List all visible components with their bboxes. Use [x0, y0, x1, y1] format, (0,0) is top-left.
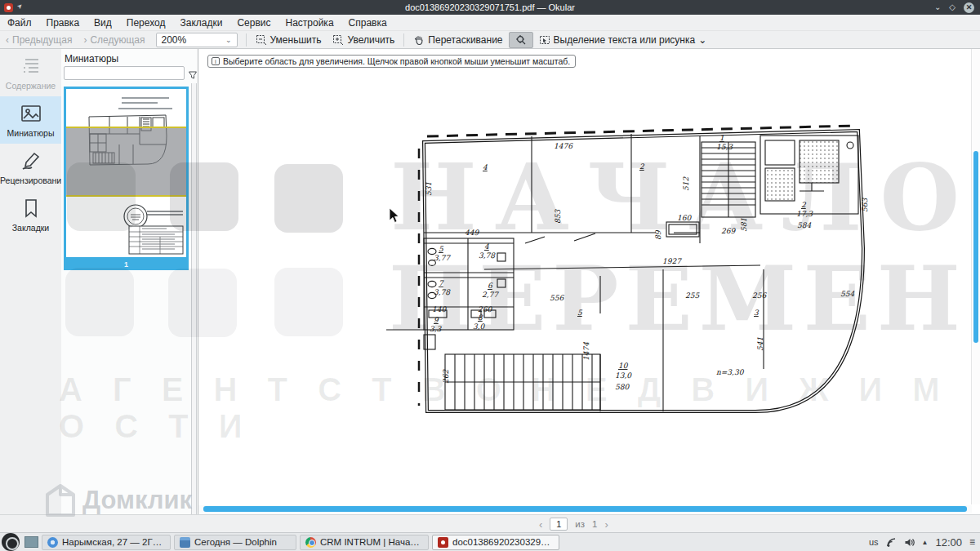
plan-label: 5	[439, 245, 444, 253]
taskbar-item-2gis[interactable]: Нарымская, 27 — 2ГИС – Chromi...	[42, 535, 171, 550]
menu-item-2[interactable]: Вид	[87, 17, 119, 29]
plan-label: 581	[740, 218, 748, 232]
plan-label: 255	[685, 291, 700, 300]
close-button[interactable]: ✕	[964, 2, 974, 13]
horizontal-scrollbar-thumb[interactable]	[203, 506, 967, 512]
sidebar-item-review[interactable]: Рецензирование	[0, 144, 61, 191]
menu-item-7[interactable]: Справка	[341, 17, 394, 29]
page-number-input[interactable]	[550, 518, 568, 531]
drag-tool-button[interactable]: Перетаскивание	[408, 32, 508, 48]
magnifier-tool-button[interactable]	[509, 32, 533, 48]
magnifier-tooltip: i Выберите область для увеличения. Щелчо…	[207, 55, 576, 68]
plan-label: 563	[861, 198, 869, 212]
toolbar: ‹ Предыдущая › Следующая 200% ⌄ Уменьшит…	[0, 31, 980, 49]
plan-label: n=3,30	[716, 368, 745, 376]
plan-label: 7	[439, 279, 444, 287]
plan-label: 3,0	[473, 322, 486, 331]
plan-label: 4	[484, 242, 489, 251]
hand-icon	[413, 34, 425, 46]
keyboard-layout-indicator[interactable]: us	[869, 537, 879, 547]
sidebar-item-contents[interactable]: Содержание	[0, 49, 61, 96]
okular-window: doc01386920230329071751.pdf — Okular ⌄ ◇…	[0, 0, 980, 551]
plan-label: 584	[797, 221, 811, 229]
sidebar-item-bookmarks[interactable]: Закладки	[0, 191, 61, 238]
horizontal-scrollbar[interactable]	[198, 505, 972, 513]
chromium-icon	[47, 537, 58, 548]
menu-item-3[interactable]: Переход	[119, 17, 173, 29]
chevron-right-icon: ›	[83, 34, 87, 46]
chevron-down-icon: ⌄	[225, 36, 232, 44]
taskbar-item-crm-chrome[interactable]: CRM INTRUM | Начало перемен, ...	[300, 535, 429, 550]
vertical-scrollbar-thumb[interactable]	[973, 151, 978, 343]
clock[interactable]: 12:00	[935, 536, 962, 549]
taskbar: Нарымская, 27 — 2ГИС – Chromi... Сегодня…	[0, 532, 980, 551]
menu-item-1[interactable]: Правка	[39, 17, 87, 29]
thumbnails-scrollbar[interactable]	[191, 83, 197, 514]
thumbnails-header: Миниатюры	[61, 49, 198, 68]
bookmark-icon	[19, 196, 43, 220]
plan-label: 6	[488, 282, 493, 290]
next-page-button[interactable]: › Следующая	[78, 32, 150, 48]
table-of-contents-icon	[19, 54, 43, 78]
plan-label: 556	[550, 294, 564, 302]
system-tray: us ▲ 12:00 ≡	[869, 536, 980, 549]
virtual-desktop-pager[interactable]	[24, 536, 38, 548]
panel-menu-icon[interactable]: ≡	[969, 536, 975, 548]
pin-icon	[17, 3, 25, 11]
zoom-in-button[interactable]: Увеличить	[327, 32, 400, 48]
next-page-arrow[interactable]: ›	[604, 518, 608, 531]
minimize-button[interactable]: ⌄	[934, 0, 941, 15]
zoom-combobox[interactable]: 200% ⌄	[156, 33, 238, 47]
plan-label: 260	[478, 305, 492, 313]
document-view[interactable]: i Выберите область для увеличения. Щелчо…	[198, 49, 980, 514]
zoom-out-button[interactable]: Уменьшить	[250, 32, 327, 48]
plan-label: 269	[721, 227, 736, 235]
volume-icon[interactable]	[904, 537, 915, 548]
plan-label: 1476	[554, 142, 573, 150]
network-icon[interactable]	[886, 537, 897, 548]
plan-label: 140	[432, 305, 447, 313]
plan-label: 554	[840, 290, 854, 298]
plan-label: 3,78	[479, 251, 496, 260]
plan-label: 13,0	[615, 371, 632, 380]
thumbnail-page-number: 1	[64, 260, 189, 270]
total-pages: 1	[592, 519, 597, 529]
image-icon	[19, 101, 43, 126]
taskbar-item-okular-pdf[interactable]: doc01386920230329071751.pdf ...	[432, 535, 559, 550]
maximize-button[interactable]: ◇	[949, 0, 956, 15]
plan-label: 5	[577, 309, 583, 317]
menu-item-6[interactable]: Настройка	[278, 17, 341, 29]
plan-label: 262	[442, 369, 450, 384]
title-bar[interactable]: doc01386920230329071751.pdf — Okular ⌄ ◇…	[0, 0, 980, 15]
taskbar-item-dolphin[interactable]: Сегодня — Dolphin	[174, 535, 296, 550]
app-launcher-button[interactable]	[2, 533, 20, 551]
tray-expander-icon[interactable]: ▲	[922, 539, 929, 546]
filter-funnel-icon[interactable]	[188, 69, 198, 83]
menu-item-4[interactable]: Закладки	[172, 17, 229, 29]
zoom-in-icon	[332, 34, 344, 46]
previous-page-button[interactable]: ‹ Предыдущая	[0, 32, 78, 48]
okular-app-icon	[4, 3, 13, 12]
thumbnail-filter-input[interactable]	[64, 66, 185, 80]
zoom-value: 200%	[162, 34, 187, 46]
thumbnail-viewport-indicator[interactable]	[66, 127, 186, 197]
plan-label: 89	[654, 229, 662, 240]
thumbnail-stamp-and-titleblock	[111, 202, 186, 257]
menu-item-5[interactable]: Сервис	[229, 17, 278, 29]
floor-plan-drawing: 147642531853512115,316089269581217,35845…	[386, 124, 876, 422]
page-thumbnail[interactable]: 1	[64, 87, 189, 270]
plan-label: 15,3	[716, 143, 733, 151]
text-selection-button[interactable]: Выделение текста или рисунка ⌄	[533, 32, 713, 48]
menu-item-0[interactable]: Файл	[0, 17, 39, 29]
marker-pen-icon	[19, 149, 43, 173]
plan-label: 541	[756, 337, 764, 351]
dolphin-folder-icon	[180, 537, 190, 548]
window-title: doc01386920230329071751.pdf — Okular	[0, 2, 980, 12]
previous-page-arrow[interactable]: ‹	[539, 518, 542, 531]
plan-label: 8	[478, 313, 483, 322]
plan-label: 449	[465, 229, 479, 237]
vertical-scrollbar[interactable]	[971, 49, 980, 504]
toolbar-separator	[403, 33, 404, 47]
mouse-cursor	[389, 207, 400, 224]
sidebar-item-thumbnails[interactable]: Миниатюры	[0, 96, 61, 144]
